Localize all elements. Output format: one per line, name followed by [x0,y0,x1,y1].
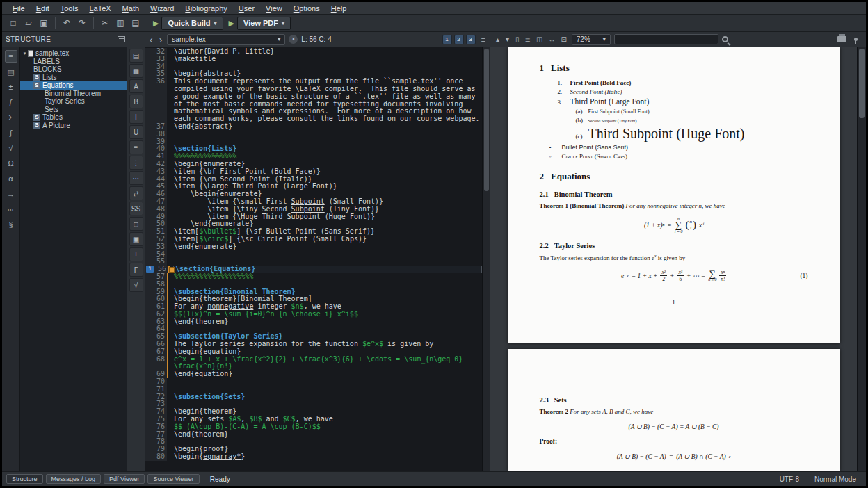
pdf-zoom-select[interactable]: 72% ▾ [572,34,611,45]
search-icon[interactable] [722,36,728,42]
plus-minus-icon[interactable]: ± [129,247,143,261]
editor-scrollbar-thumb[interactable] [484,49,489,191]
menu-item[interactable]: View [261,3,287,13]
pdf-fit-width-icon[interactable]: ↔ [547,35,556,43]
undo-icon[interactable]: ↶ [60,16,74,30]
arrows-panel-icon[interactable]: → [5,188,17,200]
structure-panel-icon[interactable]: ≡ [5,50,17,63]
bookmark-1-icon[interactable]: 1 [442,35,452,44]
tree-item-blocks[interactable]: BLOCKS [20,65,127,74]
tree-expander-icon[interactable]: ▾ [22,51,28,56]
editor-line[interactable]: 38 [145,131,482,138]
align-left-icon[interactable]: ≡ [129,140,143,154]
gamma-icon[interactable]: Γ [129,263,143,277]
editor-line[interactable]: 70 [145,378,482,386]
menu-item[interactable]: User [234,3,259,13]
menu-item[interactable]: Tools [56,3,83,13]
sqrt-icon[interactable]: √ [129,278,143,292]
pdf-pages[interactable]: 1Lists 1. First Point (Bold Face) 2. Sec… [490,47,857,471]
new-file-icon[interactable]: □ [6,16,20,30]
integral-symbols-panel-icon[interactable]: ∫ [5,127,17,139]
greek-upper-panel-icon[interactable]: Ω [5,157,17,170]
line-number-gutter[interactable]: 43 [145,168,167,176]
quick-build-button[interactable]: Quick Build ▾ [161,17,223,30]
frame-icon[interactable]: □ [129,217,143,231]
navigate-forward-icon[interactable]: › [158,35,164,44]
line-number-gutter[interactable]: 36 [145,78,167,123]
open-document-select[interactable]: sample.tex ▾ [167,34,285,45]
menu-item[interactable]: Bibliography [180,3,232,13]
view-pdf-run-icon[interactable]: ▶ [229,19,234,28]
pdf-continuous-icon[interactable]: ≣ [524,35,532,43]
tree-item-binomial-theorem[interactable]: Binomial Theorem [20,90,127,98]
pdf-two-pages-icon[interactable]: ◫ [535,35,544,43]
bookmark-2-icon[interactable]: 2 [454,35,464,44]
close-document-icon[interactable]: × [289,35,298,44]
menu-item[interactable]: File [8,3,30,13]
editor-line[interactable]: 72 \subsection{Sets} [145,393,482,401]
pdf-search-input[interactable] [614,34,718,44]
pdf-page-down-icon[interactable]: ▾ [504,35,511,43]
editor-line[interactable]: 54 [145,251,482,259]
table-icon[interactable]: ▦ [129,64,143,78]
misc-math-panel-icon[interactable]: ∞ [5,203,17,215]
swap-icon[interactable]: ⇄ [129,186,143,200]
bold-icon[interactable]: B [129,95,143,108]
greek-lower-panel-icon[interactable]: α [5,172,17,185]
redo-icon[interactable]: ↷ [75,16,89,30]
line-number-gutter[interactable]: 58 [145,281,167,288]
editor-line[interactable]: 77 \end{theorem} [145,431,482,439]
editor-code-area[interactable]: 32 \author{David P. Little} 33 \maketitl… [145,47,482,471]
menu-item[interactable]: Help [326,3,352,13]
menu-item[interactable]: Math [118,3,144,13]
line-number-gutter[interactable]: 68 [145,356,167,371]
panel-tab-source-viewer[interactable]: Source Viewer [147,474,199,484]
tree-item-sets[interactable]: Sets [20,106,127,114]
menu-item[interactable]: Options [289,3,325,13]
tree-item-lists[interactable]: S Lists [20,74,127,82]
panel-tab-messages-log[interactable]: Messages / Log [46,474,102,484]
special-chars-panel-icon[interactable]: § [5,218,17,231]
editor-mode-label[interactable]: Normal Mode [814,475,856,483]
tree-item-sample-tex[interactable]: ▾ sample.tex [20,49,127,58]
detach-panel-icon[interactable] [118,36,125,42]
pin-icon[interactable] [854,38,858,41]
view-pdf-button[interactable]: View PDF ▾ [237,17,291,30]
cut-icon[interactable]: ✂ [98,16,112,30]
editor-line[interactable]: 80 \begin{eqnarray*} [145,453,482,461]
menu-item[interactable]: LaTeX [84,3,115,13]
editor-scrollbar[interactable] [482,47,490,471]
panel-tab-pdf-viewer[interactable]: Pdf Viewer [104,474,145,484]
editor-line[interactable]: 36 This document represents the output f… [145,78,482,123]
italic-icon[interactable]: I [129,110,143,124]
navigate-back-icon[interactable]: ‹ [148,35,154,44]
functions-panel-icon[interactable]: ƒ [5,96,17,108]
pdf-page-up-icon[interactable]: ▴ [495,35,501,43]
operators-panel-icon[interactable]: ± [5,81,17,93]
quick-build-run-icon[interactable]: ▶ [153,19,159,28]
open-file-icon[interactable]: ▱ [22,16,35,30]
line-number-gutter[interactable]: 48 [145,206,167,213]
bookmarks-panel-icon[interactable]: ▤ [5,65,17,78]
editor-line[interactable]: 69 \end{equation} [145,371,482,378]
tree-item-equations[interactable]: S Equations [20,81,127,90]
box-icon[interactable]: ▣ [129,232,143,246]
editor-line[interactable]: 68 e^x = 1 + x + \frac{x^2}{2} + \frac{x… [145,356,482,371]
pdf-presentation-icon[interactable]: ⊡ [559,35,568,43]
editor-line[interactable]: 53 \end{enumerate} [145,243,482,251]
menu-item[interactable]: Wizard [145,3,179,13]
underline-icon[interactable]: U [129,125,143,139]
editor-line[interactable]: 63 \end{theorem} [145,318,482,326]
editor-line[interactable]: 33 \maketitle [145,56,482,63]
tree-item-labels[interactable]: LABELS [20,58,127,66]
encoding-label[interactable]: UTF-8 [780,475,799,483]
tree-item-tables[interactable]: S Tables [20,113,127,122]
tree-item-taylor-series[interactable]: Taylor Series [20,97,127,106]
editor-line[interactable]: 37 \end{abstract} [145,123,482,131]
line-number-gutter[interactable]: 53 [145,243,167,251]
editor-line[interactable]: 57 %%%%%%%%%%%%%%%%%%% [145,273,482,281]
panel-tab-structure[interactable]: Structure [6,474,43,484]
tree-item-a-picture[interactable]: S A Picture [20,122,127,130]
paste-format-icon[interactable]: ▤ [129,49,143,63]
pdf-scrollbar[interactable] [857,47,866,471]
